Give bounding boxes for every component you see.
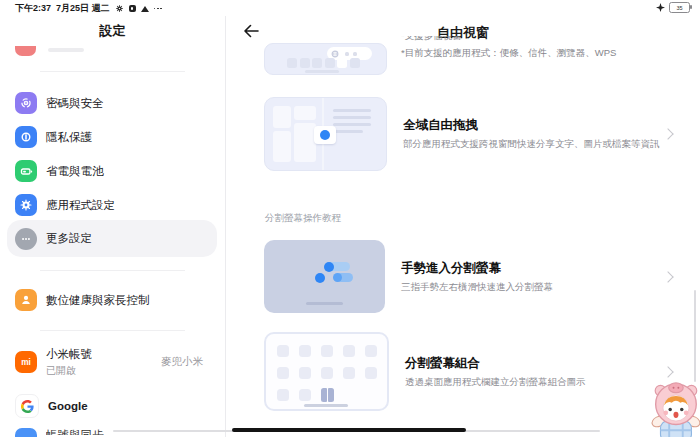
nfc-star-icon (656, 3, 665, 12)
card-title: 手勢進入分割螢幕 (401, 260, 664, 277)
sidebar-item-label: 隱私保護 (46, 130, 92, 145)
sidebar-item-label: 密碼與安全 (46, 96, 104, 111)
card-split-screen-combo[interactable]: 分割螢幕組合 透過桌面應用程式欄建立分割螢幕組合圖示 (264, 333, 672, 410)
mi-account-label: 小米帳號 (46, 347, 92, 362)
card-global-free-drag[interactable]: 全域自由拖拽 部分應用程式支援跨視窗間快速分享文字、圖片或檔案等資訊 (264, 98, 672, 170)
privacy-shutter-icon (15, 126, 37, 148)
freeform-window-settings-screen: 下午2:37 7月25日 週二 35 設定 (0, 0, 700, 437)
fingerprint-shield-icon (15, 92, 37, 114)
page-title: 自由視窗 (226, 24, 700, 42)
sidebar-item-digital-wellbeing[interactable]: 數位健康與家長控制 (7, 283, 217, 317)
chevron-right-icon (662, 271, 673, 282)
sidebar-item-google[interactable]: Google (7, 389, 217, 423)
card-desc: 透過桌面應用程式欄建立分割螢幕組合圖示 (405, 376, 664, 389)
sidebar-item-label: 應用程式設定 (46, 198, 115, 213)
sidebar-item-label: 省電與電池 (46, 164, 104, 179)
screen-record-icon (129, 5, 136, 12)
more-dots-icon (15, 228, 37, 250)
mi-account-username: 麥兜小米 (161, 355, 203, 369)
clipped-red-icon (15, 46, 36, 56)
split-combo-illustration (264, 332, 389, 411)
card-clipped-line: *支援多個視窗 (401, 36, 462, 42)
status-date: 7月25日 週二 (56, 2, 110, 15)
sidebar-item-password-security[interactable]: 密碼與安全 (7, 86, 217, 120)
battery-saver-icon (15, 160, 37, 182)
battery-level: 35 (676, 5, 682, 11)
card-desc: 部分應用程式支援跨視窗間快速分享文字、圖片或檔案等資訊 (403, 138, 664, 151)
battery-icon: 35 (669, 2, 690, 13)
clipped-label-placeholder (48, 48, 84, 52)
chevron-right-icon (662, 128, 673, 139)
card-note: *目前支援的應用程式：便條、信件、瀏覽器、WPS (401, 47, 616, 60)
digital-wellbeing-icon (15, 289, 37, 311)
sidebar-item-privacy[interactable]: 隱私保護 (7, 120, 217, 154)
sidebar-item-mi-account[interactable]: mi 小米帳號 已開啟 麥兜小米 (7, 342, 217, 382)
apps-gear-icon (15, 194, 37, 216)
svg-text:mi: mi (21, 358, 31, 367)
settings-sidebar: 設定 密碼與安全 隱私保護 省電與電池 (0, 16, 226, 437)
sidebar-item-battery[interactable]: 省電與電池 (7, 154, 217, 188)
vertical-scrollbar[interactable] (694, 290, 696, 382)
status-bar: 下午2:37 7月25日 週二 35 (0, 0, 700, 16)
sidebar-item-label: 更多設定 (46, 231, 92, 246)
divider (40, 71, 185, 72)
card-desc: 三指手勢左右橫滑快速進入分割螢幕 (401, 281, 664, 294)
freeform-window-panel: 自由視窗 *支援多個視窗 *目前支援的應用程式：便條、信件、瀏覽器、WPS (226, 16, 700, 437)
gesture-split-illustration (264, 240, 385, 313)
card-title: 全域自由拖拽 (403, 117, 664, 134)
status-time: 下午2:37 (15, 2, 51, 15)
sidebar-item-label: Google (48, 400, 88, 412)
sidebar-item-app-settings[interactable]: 應用程式設定 (7, 188, 217, 222)
mascot-watermark (646, 375, 700, 437)
google-logo-icon (15, 394, 39, 418)
divider (40, 330, 185, 331)
clipped-blue-icon (15, 428, 37, 437)
vpn-triangle-icon (141, 6, 149, 12)
clipped-label: 帳號與同步 (46, 428, 104, 435)
gear-icon (115, 4, 124, 13)
freeform-illustration (264, 43, 387, 75)
sidebar-item-label: 數位健康與家長控制 (46, 293, 150, 308)
more-notifications-icon (154, 8, 162, 10)
card-title: 分割螢幕組合 (405, 355, 664, 372)
sidebar-item-more-settings[interactable]: 更多設定 (7, 220, 217, 257)
mi-logo-icon: mi (15, 351, 37, 373)
card-gesture-split-screen[interactable]: 手勢進入分割螢幕 三指手勢左右橫滑快速進入分割螢幕 (264, 240, 672, 313)
mi-account-status: 已開啟 (46, 364, 92, 378)
divider (40, 270, 185, 271)
section-label: 分割螢幕操作教程 (265, 212, 341, 225)
global-drag-illustration (264, 97, 387, 171)
sidebar-title: 設定 (0, 22, 225, 40)
home-indicator[interactable] (232, 428, 466, 432)
